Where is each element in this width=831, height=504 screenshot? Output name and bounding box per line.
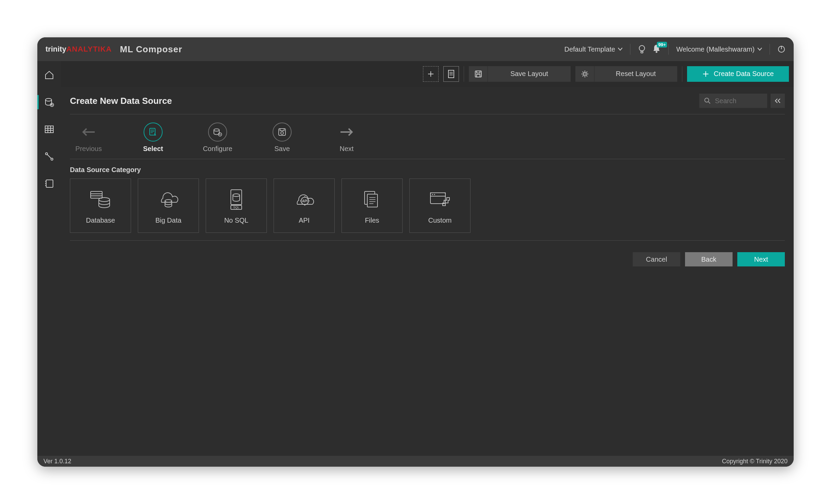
step-previous[interactable]: Previous: [70, 123, 107, 153]
reset-layout-button[interactable]: Reset Layout: [575, 66, 677, 82]
category-label: API: [299, 217, 310, 224]
create-ds-label: Create Data Source: [714, 70, 774, 78]
cloud-db-icon: [156, 187, 181, 212]
svg-point-38: [705, 98, 709, 102]
sidebar-item-notebook[interactable]: [37, 175, 61, 192]
search-input[interactable]: [715, 97, 762, 105]
reset-layout-label: Reset Layout: [594, 70, 677, 78]
custom-icon: [428, 187, 452, 212]
sidebar-item-datasource[interactable]: [37, 94, 61, 111]
create-data-source-button[interactable]: Create Data Source: [687, 66, 789, 82]
svg-point-76: [434, 194, 435, 195]
category-nosql[interactable]: SQL No SQL: [206, 179, 267, 233]
cancel-button[interactable]: Cancel: [633, 252, 680, 266]
svg-rect-52: [91, 191, 102, 198]
step-label: Previous: [75, 145, 102, 153]
svg-rect-68: [367, 194, 377, 207]
save-layout-label: Save Layout: [488, 70, 571, 78]
add-widget-button[interactable]: [423, 66, 439, 82]
template-label: Default Template: [564, 45, 615, 53]
content: Create New Data Source: [61, 87, 794, 456]
app-window: trinity ANALYTIKA ML Composer Default Te…: [37, 37, 794, 467]
svg-point-75: [432, 194, 433, 195]
step-select[interactable]: Select: [134, 123, 172, 153]
step-label: Select: [143, 145, 163, 153]
svg-text:API: API: [302, 199, 308, 203]
svg-rect-26: [477, 74, 480, 77]
sidebar: [37, 61, 61, 456]
svg-point-5: [45, 98, 52, 101]
svg-rect-49: [280, 129, 284, 131]
svg-line-32: [583, 72, 584, 73]
brand-trinity: trinity: [45, 45, 66, 54]
svg-rect-20: [448, 70, 454, 78]
category-label: Files: [365, 217, 379, 224]
collapse-panel-button[interactable]: [771, 94, 785, 108]
svg-rect-41: [150, 128, 155, 135]
sidebar-item-workflow[interactable]: [37, 148, 61, 165]
svg-rect-57: [231, 190, 242, 205]
caret-down-icon: [618, 48, 623, 51]
category-files[interactable]: Files: [341, 179, 403, 233]
category-bigdata[interactable]: Big Data: [138, 179, 199, 233]
category-custom[interactable]: Custom: [409, 179, 470, 233]
notifications-button[interactable]: 99+: [652, 44, 661, 55]
step-configure[interactable]: Configure: [199, 123, 236, 153]
back-button[interactable]: Back: [685, 252, 733, 266]
copyright-label: Copyright © Trinity 2020: [722, 458, 788, 465]
next-button[interactable]: Next: [737, 252, 785, 266]
step-save[interactable]: Save: [263, 123, 301, 153]
notification-badge: 99+: [657, 42, 667, 48]
caret-down-icon: [757, 48, 762, 51]
power-icon[interactable]: [777, 45, 786, 53]
search-box[interactable]: [699, 94, 767, 108]
svg-point-27: [584, 73, 586, 75]
sidebar-item-home[interactable]: [37, 67, 61, 83]
svg-point-56: [165, 200, 172, 202]
category-api[interactable]: API API: [274, 179, 335, 233]
svg-rect-25: [477, 71, 480, 73]
template-dropdown[interactable]: Default Template: [564, 45, 623, 53]
api-icon: API: [292, 187, 316, 212]
toolbar: Save Layout Reset Layout Create Data Sou…: [61, 61, 794, 87]
bulb-icon[interactable]: [638, 44, 646, 54]
step-label: Configure: [203, 145, 233, 153]
save-icon: [474, 70, 482, 78]
svg-line-35: [586, 72, 587, 73]
wizard-footer: Cancel Back Next: [70, 244, 785, 270]
svg-point-47: [219, 134, 221, 135]
svg-rect-14: [46, 180, 53, 187]
svg-line-33: [586, 75, 587, 76]
version-label: Ver 1.0.12: [43, 458, 71, 465]
user-menu[interactable]: Welcome (Malleshwaram): [676, 45, 762, 53]
category-database[interactable]: Database: [70, 179, 131, 233]
footer: Ver 1.0.12 Copyright © Trinity 2020: [37, 456, 794, 467]
nosql-icon: SQL: [226, 187, 246, 212]
search-icon: [704, 97, 711, 104]
files-icon: [361, 187, 383, 212]
brand-analytika: ANALYTIKA: [66, 45, 112, 54]
app-title: ML Composer: [120, 44, 182, 55]
category-label: Big Data: [155, 217, 182, 224]
svg-line-34: [583, 75, 584, 76]
sidebar-item-table[interactable]: [37, 121, 61, 138]
svg-rect-7: [45, 126, 53, 133]
category-list: Database Big Data SQL No SQL: [70, 179, 785, 240]
svg-point-2: [656, 51, 658, 53]
wizard-steps: Previous Select Configure: [70, 114, 785, 159]
svg-point-55: [99, 198, 110, 202]
welcome-label: Welcome (Malleshwaram): [676, 45, 755, 53]
svg-text:SQL: SQL: [233, 206, 239, 209]
svg-point-50: [281, 132, 283, 134]
step-label: Next: [339, 145, 353, 153]
section-title-category: Data Source Category: [70, 166, 785, 174]
step-next[interactable]: Next: [328, 123, 365, 153]
step-label: Save: [274, 145, 290, 153]
plus-icon: [702, 71, 709, 77]
svg-point-58: [233, 194, 240, 197]
topbar: trinity ANALYTIKA ML Composer Default Te…: [37, 37, 794, 61]
document-button[interactable]: [443, 66, 459, 82]
svg-point-45: [214, 129, 219, 131]
svg-line-39: [708, 102, 710, 104]
save-layout-button[interactable]: Save Layout: [469, 66, 571, 82]
